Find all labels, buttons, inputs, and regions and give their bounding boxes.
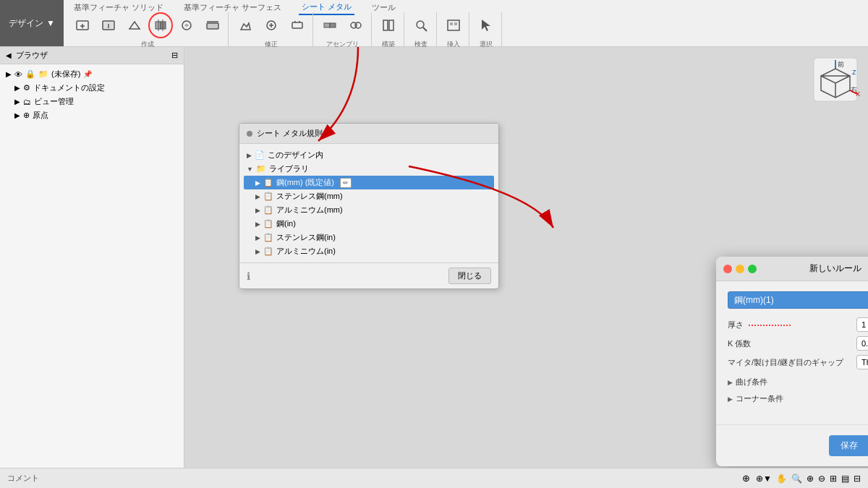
view2-btn[interactable]: ▤	[841, 474, 849, 484]
corner-arrow-icon: ▶	[728, 395, 733, 403]
hand-btn[interactable]: ✋	[776, 474, 787, 484]
add-comment-button[interactable]: ⊕	[742, 473, 750, 484]
maximize-window-button[interactable]	[748, 265, 757, 273]
create-group: 作成	[67, 12, 229, 49]
close-window-button[interactable]	[723, 265, 732, 273]
bend-conditions-section[interactable]: ▶ 曲げ条件	[728, 374, 868, 390]
modify-btn-2[interactable]	[259, 12, 284, 38]
stainless-mm-icon: 📋	[263, 192, 273, 201]
asm-btn-1[interactable]	[318, 12, 342, 38]
select-group: 選択	[471, 12, 502, 49]
create-btn-3[interactable]	[122, 12, 147, 38]
sidebar-content: ▶ 👁 🔒 📁 (未保存) 📌 ▶ ⚙ ドキュメントの設定 ▶ 🗂 ビュー管理 …	[0, 64, 184, 468]
rule-name-input[interactable]	[728, 291, 868, 309]
build-btn-1[interactable]	[376, 12, 401, 38]
edit-pencil-icon[interactable]: ✏	[340, 178, 352, 188]
sidebar-item-label: (未保存)	[51, 69, 80, 80]
alu-in-label: アルミニウム(in)	[276, 246, 336, 257]
lock-icon[interactable]: 🔒	[25, 69, 35, 79]
create-btn-4-highlighted[interactable]	[148, 12, 173, 38]
stainless-mm-label: ステンレス鋼(mm)	[276, 191, 343, 202]
save-button[interactable]: 保存	[829, 435, 868, 456]
location-btn[interactable]: ⊕▼	[756, 474, 772, 484]
main-area: ◀ ブラウザ ⊟ ▶ 👁 🔒 📁 (未保存) 📌 ▶ ⚙ ドキュメントの設定 ▶…	[0, 47, 868, 468]
sidebar-collapse-icon[interactable]: ◀	[6, 51, 12, 59]
stainless-in-icon: 📋	[263, 233, 273, 242]
thickness-input[interactable]	[856, 317, 868, 332]
sm-rules-header: シート メタル規則	[239, 124, 498, 144]
inspect-btn-1[interactable]	[409, 12, 433, 38]
modify-icon-2	[263, 17, 279, 33]
thickness-row: 厚さ	[728, 317, 868, 332]
sm-item-steel-mm-default[interactable]: ▶ 📋 鋼(mm) (既定値) ✏	[244, 176, 494, 189]
sidebar-header: ◀ ブラウザ ⊟	[0, 47, 184, 64]
new-rule-dialog: 新しいルール 厚さ K 係数 マイタ/製け目/継ぎ目のギャップ	[716, 257, 868, 466]
zoom-btn[interactable]: 🔍	[791, 474, 802, 484]
modify-btn-3[interactable]	[285, 12, 310, 38]
sm-item-stainless-in[interactable]: ▶ 📋 ステンレス鋼(in)	[244, 231, 494, 244]
select-btn-1[interactable]	[474, 12, 498, 38]
modify-btn-1[interactable]	[233, 12, 258, 38]
alu-in-arrow: ▶	[255, 248, 260, 255]
design-button[interactable]: デザイン ▼	[0, 0, 64, 46]
modify-icon-1	[237, 17, 253, 33]
corner-conditions-label: コーナー条件	[736, 393, 783, 404]
sm-item-steel-in[interactable]: ▶ 📋 鋼(in)	[244, 217, 494, 231]
create-btn-6[interactable]	[200, 12, 225, 38]
sidebar-item-doc-settings[interactable]: ▶ ⚙ ドキュメントの設定	[3, 81, 181, 95]
svg-rect-10	[207, 23, 218, 29]
sidebar-toggle-btn[interactable]: ⊟	[171, 51, 178, 60]
dialog-body: 厚さ K 係数 マイタ/製け目/継ぎ目のギャップ ▶ 曲げ条件	[716, 281, 868, 417]
create-btn-1[interactable]	[70, 12, 95, 38]
corner-conditions-section[interactable]: ▶ コーナー条件	[728, 390, 868, 407]
steel-in-label: 鋼(in)	[276, 218, 296, 229]
sm-footer: ℹ 閉じる	[239, 262, 498, 288]
sm-item-stainless-mm[interactable]: ▶ 📋 ステンレス鋼(mm)	[244, 189, 494, 203]
toolbar-icon-row: 作成	[64, 14, 868, 47]
doc-settings-label: ドキュメントの設定	[33, 82, 105, 93]
alu-in-icon: 📋	[263, 247, 273, 256]
zoom-in-btn[interactable]: ⊕	[807, 474, 814, 484]
eye-icon[interactable]: 👁	[14, 70, 22, 79]
document-icon: 📄	[255, 150, 265, 160]
info-icon: ℹ	[247, 270, 250, 282]
insert-group: 挿入	[438, 12, 469, 49]
view1-btn[interactable]: ⊞	[830, 474, 837, 484]
content-area: Z 前 右 X シート メタル規則 ▶ 📄 このデザイン内	[184, 47, 868, 468]
alu-mm-arrow: ▶	[255, 207, 260, 214]
minimize-window-button[interactable]	[736, 265, 744, 273]
build-icon-1	[380, 17, 396, 33]
sm-item-aluminum-mm[interactable]: ▶ 📋 アルミニウム(mm)	[244, 203, 494, 217]
sidebar-item-origin[interactable]: ▶ ⊕ 原点	[3, 108, 181, 122]
create-btn-5[interactable]	[174, 12, 199, 38]
insert-btn-1[interactable]	[441, 12, 466, 38]
gear-icon: ⚙	[23, 83, 30, 93]
origin-label: 原点	[33, 110, 48, 121]
create-icon-3	[127, 17, 142, 33]
svg-rect-23	[450, 22, 453, 25]
create-btn-2[interactable]	[96, 12, 121, 38]
sidebar-item-view-mgr[interactable]: ▶ 🗂 ビュー管理	[3, 95, 181, 108]
sm-item-library[interactable]: ▼ 📁 ライブラリ	[244, 162, 494, 176]
this-design-arrow: ▶	[247, 152, 252, 159]
chevron-down-icon: ▼	[46, 18, 55, 28]
sm-item-alu-in[interactable]: ▶ 📋 アルミニウム(in)	[244, 244, 494, 258]
build-group: 構築	[373, 12, 404, 49]
asm-btn-2[interactable]	[344, 12, 368, 38]
steel-mm-icon: 📋	[263, 178, 273, 187]
zoom-out-btn[interactable]: ⊖	[818, 474, 825, 484]
sm-item-this-design[interactable]: ▶ 📄 このデザイン内	[244, 148, 494, 162]
doc-arrow-icon: ▶	[14, 84, 20, 92]
alu-mm-icon: 📋	[263, 205, 273, 215]
k-factor-input[interactable]	[856, 336, 868, 351]
svg-rect-13	[292, 22, 302, 28]
dialog-footer: 保存 キャンセル	[716, 424, 868, 466]
miter-gap-input[interactable]	[856, 355, 868, 369]
stainless-in-label: ステンレス鋼(in)	[276, 232, 336, 243]
sidebar-item-unsaved[interactable]: ▶ 👁 🔒 📁 (未保存) 📌	[3, 67, 181, 81]
view3-btn[interactable]: ⊟	[854, 474, 861, 484]
sm-close-button[interactable]: 閉じる	[448, 267, 491, 284]
svg-point-20	[417, 21, 424, 28]
toolbar-tabs: 基準フィーチャ ソリッド 基準フィーチャ サーフェス シート メタル ツール	[64, 0, 868, 46]
svg-rect-19	[389, 20, 393, 30]
